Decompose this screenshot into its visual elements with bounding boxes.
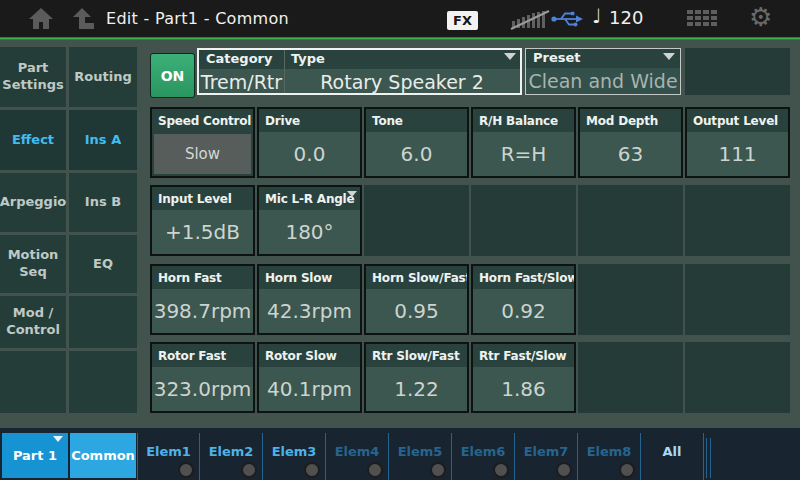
sidebar-item-label: Part Settings: [2, 60, 64, 94]
tab-bar-divider: [710, 438, 711, 478]
param-label: Output Level: [687, 109, 788, 132]
param-label: Rotor Fast: [152, 344, 253, 367]
fx-badge[interactable]: FX: [447, 11, 478, 30]
tab-elem2[interactable]: Elem2: [200, 433, 263, 480]
sidebar-item-eq[interactable]: EQ: [69, 235, 137, 293]
param-empty-cell: [578, 342, 683, 413]
chevron-down-icon: [504, 53, 516, 60]
param-rotor-slow[interactable]: Rotor Slow 40.1rpm: [257, 342, 362, 413]
param-label: Speed Control: [152, 109, 253, 132]
header-empty-cell: [685, 48, 790, 95]
tab-elem7[interactable]: Elem7: [515, 433, 578, 480]
param-empty-cell: [578, 264, 683, 335]
param-empty-cell: [685, 342, 790, 413]
param-rh-balance[interactable]: R/H Balance R=H: [471, 107, 576, 178]
param-label: Rtr Slow/Fast: [366, 344, 467, 367]
chevron-down-icon: [663, 53, 675, 60]
tab-elem6[interactable]: Elem6: [452, 433, 515, 480]
param-label: Horn Fast/Slow: [473, 266, 574, 289]
up-arrow-icon[interactable]: [72, 7, 96, 30]
param-drive[interactable]: Drive 0.0: [257, 107, 362, 178]
param-value: Slow: [154, 134, 251, 174]
tab-elem5[interactable]: Elem5: [389, 433, 452, 480]
element-led: [367, 462, 383, 478]
category-value: Trem/Rtr: [199, 70, 284, 94]
param-value: 42.3rpm: [259, 289, 360, 333]
part-select-label: Part 1: [13, 448, 57, 463]
param-rtr-slow-fast[interactable]: Rtr Slow/Fast 1.22: [364, 342, 469, 413]
tab-label: Elem3: [272, 444, 317, 459]
param-value: 40.1rpm: [259, 367, 360, 411]
preset-value: Clean and Wide: [526, 68, 680, 94]
param-label: Mic L-R Angle: [259, 187, 360, 210]
param-mic-lr-angle[interactable]: Mic L-R Angle 180°: [257, 185, 362, 256]
effect-preset-selector[interactable]: Clean and Wide Preset: [525, 48, 681, 95]
part-select-button[interactable]: Part 1: [2, 433, 68, 478]
param-label: Rtr Fast/Slow: [473, 344, 574, 367]
param-output-level[interactable]: Output Level 111: [685, 107, 790, 178]
sidebar-item-blank: [69, 296, 137, 348]
effect-category-type-selector[interactable]: Category Type Trem/Rtr Rotary Speaker 2: [197, 48, 522, 95]
param-input-level[interactable]: Input Level +1.5dB: [150, 185, 255, 256]
sidebar-item-arpeggio[interactable]: Arpeggio: [0, 173, 66, 232]
param-horn-fast[interactable]: Horn Fast 398.7rpm: [150, 264, 255, 335]
sidebar-item-ins-b[interactable]: Ins B: [69, 173, 137, 232]
tab-label: Elem4: [335, 444, 380, 459]
param-empty-cell: [471, 185, 576, 256]
tab-label: Elem1: [146, 444, 191, 459]
sidebar-item-ins-a[interactable]: Ins A: [69, 110, 137, 170]
param-value: 398.7rpm: [152, 289, 253, 333]
sidebar-item-label: Routing: [74, 69, 131, 86]
chevron-down-icon: [347, 191, 357, 197]
param-tone[interactable]: Tone 6.0: [364, 107, 469, 178]
param-value: 0.92: [473, 289, 574, 333]
chevron-down-icon: [53, 436, 63, 442]
param-horn-slow-fast[interactable]: Horn Slow/Fast 0.95: [364, 264, 469, 335]
param-mod-depth[interactable]: Mod Depth 63: [578, 107, 683, 178]
category-label: Category: [206, 51, 272, 66]
tempo-note-icon[interactable]: ♩: [592, 4, 601, 28]
param-value: 63: [580, 132, 681, 176]
keyboard-mute-icon: [510, 8, 550, 30]
grid-icon[interactable]: [687, 10, 719, 27]
param-value: +1.5dB: [152, 210, 253, 254]
sidebar-item-label: EQ: [93, 256, 113, 273]
home-icon[interactable]: [28, 7, 54, 30]
sidebar-item-part-settings[interactable]: Part Settings: [0, 47, 66, 107]
tab-elem8[interactable]: Elem8: [578, 433, 641, 480]
param-rtr-fast-slow[interactable]: Rtr Fast/Slow 1.86: [471, 342, 576, 413]
tab-bar-divider: [706, 438, 707, 478]
param-speed-control[interactable]: Speed Control Slow: [150, 107, 255, 178]
param-rotor-fast[interactable]: Rotor Fast 323.0rpm: [150, 342, 255, 413]
param-empty-cell: [364, 185, 469, 256]
param-value: R=H: [473, 132, 574, 176]
param-label: Mod Depth: [580, 109, 681, 132]
param-empty-cell: [578, 185, 683, 256]
element-led: [430, 462, 446, 478]
sidebar-item-effect[interactable]: Effect: [0, 110, 66, 170]
effect-on-button[interactable]: ON: [150, 53, 195, 98]
sidebar-item-label: Ins A: [85, 132, 121, 149]
tab-elem4[interactable]: Elem4: [326, 433, 389, 480]
sidebar-item-motion-seq[interactable]: Motion Seq: [0, 235, 66, 293]
accent-divider: [0, 37, 800, 40]
tab-common[interactable]: Common: [70, 433, 136, 478]
sidebar-item-mod-control[interactable]: Mod / Control: [0, 296, 66, 348]
sidebar-item-routing[interactable]: Routing: [69, 47, 137, 107]
param-value: 323.0rpm: [152, 367, 253, 411]
param-value: 0.0: [259, 132, 360, 176]
settings-gear-icon[interactable]: ⚙: [749, 2, 772, 32]
tab-elem3[interactable]: Elem3: [263, 433, 326, 480]
tempo-value[interactable]: 120: [609, 7, 643, 28]
element-led: [556, 462, 572, 478]
tab-elem1[interactable]: Elem1: [137, 433, 200, 480]
param-horn-slow[interactable]: Horn Slow 42.3rpm: [257, 264, 362, 335]
param-value: 111: [687, 132, 788, 176]
param-value: 0.95: [366, 289, 467, 333]
param-horn-fast-slow[interactable]: Horn Fast/Slow 0.92: [471, 264, 576, 335]
tab-all[interactable]: All: [641, 433, 704, 480]
param-label: Drive: [259, 109, 360, 132]
param-value: 1.86: [473, 367, 574, 411]
param-empty-cell: [685, 185, 790, 256]
element-led: [619, 462, 635, 478]
